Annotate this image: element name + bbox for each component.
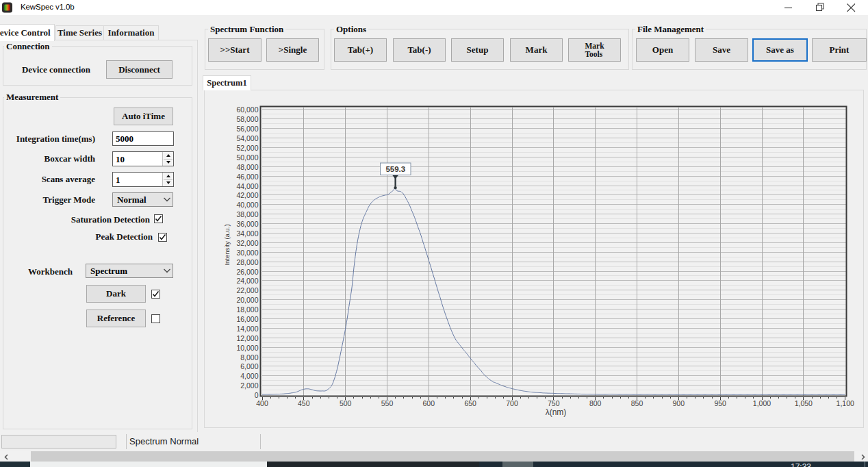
svg-text:58,000: 58,000 — [236, 115, 258, 123]
svg-text:750: 750 — [548, 399, 560, 407]
svg-text:30,000: 30,000 — [236, 249, 258, 257]
svg-text:559.3: 559.3 — [385, 165, 405, 173]
svg-text:54,000: 54,000 — [236, 134, 258, 142]
svg-text:950: 950 — [714, 399, 726, 407]
svg-text:32,000: 32,000 — [236, 239, 258, 247]
svg-text:46,000: 46,000 — [236, 173, 258, 181]
svg-text:650: 650 — [464, 399, 476, 407]
svg-text:Intensity (a.u.): Intensity (a.u.) — [223, 224, 231, 265]
svg-text:52,000: 52,000 — [236, 144, 258, 152]
svg-text:8,000: 8,000 — [240, 353, 258, 362]
svg-text:18,000: 18,000 — [236, 305, 258, 314]
svg-text:4,000: 4,000 — [240, 372, 258, 380]
svg-text:14,000: 14,000 — [236, 325, 258, 333]
svg-text:600: 600 — [423, 399, 435, 407]
svg-text:850: 850 — [631, 399, 643, 407]
svg-text:400: 400 — [256, 399, 268, 407]
svg-text:22,000: 22,000 — [236, 286, 258, 294]
svg-text:800: 800 — [589, 399, 602, 407]
svg-text:20,000: 20,000 — [236, 296, 258, 304]
svg-text:0: 0 — [255, 391, 259, 399]
svg-text:38,000: 38,000 — [236, 210, 258, 218]
svg-text:900: 900 — [673, 399, 685, 407]
svg-text:450: 450 — [298, 399, 310, 407]
svg-text:26,000: 26,000 — [236, 268, 258, 276]
svg-text:1,000: 1,000 — [753, 399, 771, 407]
svg-text:1,100: 1,100 — [837, 399, 854, 407]
svg-text:24,000: 24,000 — [236, 277, 258, 285]
svg-text:6,000: 6,000 — [240, 362, 258, 370]
svg-text:2,000: 2,000 — [240, 381, 258, 390]
svg-text:60,000: 60,000 — [236, 105, 258, 114]
svg-text:56,000: 56,000 — [236, 125, 258, 133]
svg-text:44,000: 44,000 — [236, 182, 258, 190]
svg-text:500: 500 — [340, 399, 352, 407]
svg-text:12,000: 12,000 — [236, 334, 258, 342]
svg-text:42,000: 42,000 — [236, 191, 258, 199]
svg-text:550: 550 — [381, 399, 394, 407]
svg-text:16,000: 16,000 — [236, 315, 258, 323]
svg-text:36,000: 36,000 — [236, 220, 258, 228]
svg-text:1,050: 1,050 — [795, 399, 813, 407]
svg-text:34,000: 34,000 — [236, 229, 258, 238]
svg-text:48,000: 48,000 — [236, 163, 258, 171]
svg-text:λ(nm): λ(nm) — [546, 407, 567, 417]
svg-text:50,000: 50,000 — [236, 153, 258, 162]
svg-text:700: 700 — [506, 399, 518, 407]
svg-text:40,000: 40,000 — [236, 201, 258, 209]
svg-text:28,000: 28,000 — [236, 258, 258, 266]
svg-text:10,000: 10,000 — [236, 344, 258, 352]
